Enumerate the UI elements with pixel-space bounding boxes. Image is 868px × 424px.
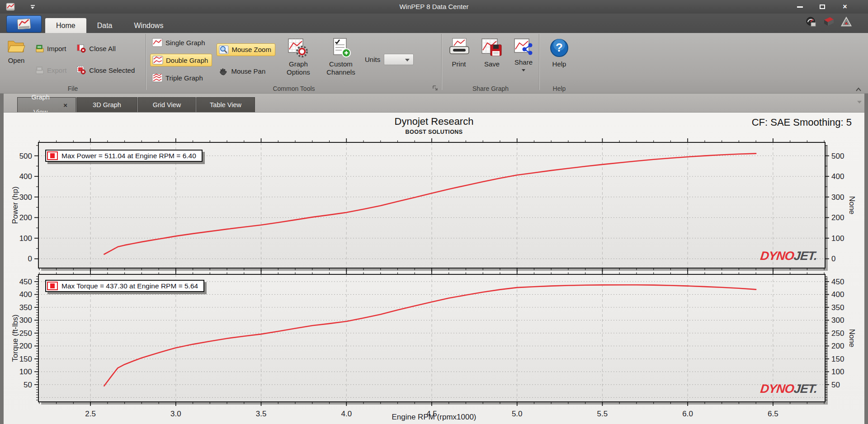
group-label-share-graph: Share Graph: [442, 85, 539, 92]
svg-text:200: 200: [831, 213, 844, 222]
units-dropdown[interactable]: [384, 54, 414, 65]
power-series-swatch: [47, 151, 58, 160]
save-button[interactable]: Save: [478, 36, 506, 70]
group-label-common-tools: Common Tools: [146, 85, 441, 92]
titlebar-utility-icons: [806, 16, 852, 29]
graph-page: Dynojet Research BOOST SOLUTIONS CF: SAE…: [4, 112, 864, 424]
svg-text:150: 150: [19, 355, 32, 363]
dyno-module-icon[interactable]: [823, 16, 835, 29]
torque-y-axis-title: Torque (ft-lbs): [11, 315, 20, 362]
triple-graph-icon: [152, 73, 163, 82]
custom-channels-button[interactable]: Custom Channels: [321, 36, 360, 78]
double-graph-button[interactable]: Double Graph: [150, 54, 212, 66]
close-all-button[interactable]: Close All: [75, 42, 138, 54]
double-graph-label: Double Graph: [166, 57, 208, 64]
single-graph-icon: [152, 38, 163, 47]
window-controls: ×: [795, 0, 850, 14]
svg-text:400: 400: [19, 172, 32, 181]
window-title: WinPEP 8 Data Center: [0, 0, 868, 14]
tab-graph-view[interactable]: Graph View ×: [17, 97, 76, 112]
help-label: Help: [552, 60, 566, 68]
graph-subtitle: BOOST SOLUTIONS: [4, 129, 864, 135]
share-label: Share: [514, 58, 533, 66]
magnifier-zoom-icon: [219, 45, 229, 54]
mouse-zoom-button[interactable]: Mouse Zoom: [217, 43, 275, 56]
svg-text:100: 100: [831, 234, 844, 243]
tab-close-icon[interactable]: ×: [63, 102, 67, 108]
close-column: Close All Close Selected: [75, 38, 138, 81]
ribbon-tab-home[interactable]: Home: [45, 18, 86, 33]
ribbon-tab-data[interactable]: Data: [86, 18, 123, 33]
dialog-launcher-icon[interactable]: [432, 85, 439, 91]
tab-overflow-icon[interactable]: [857, 101, 862, 104]
graph-options-icon: [287, 38, 310, 58]
dynojet-watermark: DYNOJET.: [760, 249, 817, 263]
import-button[interactable]: Import: [33, 43, 70, 54]
svg-text:350: 350: [19, 303, 32, 312]
application-menu-button[interactable]: [6, 15, 42, 33]
svg-text:450: 450: [19, 278, 32, 286]
power-right-axis-title: None: [847, 196, 856, 215]
close-selected-button[interactable]: Close Selected: [75, 64, 138, 76]
x-axis-title: Engine RPM (rpmx1000): [4, 413, 864, 422]
svg-text:350: 350: [831, 303, 844, 312]
help-button[interactable]: ? Help: [546, 36, 572, 70]
tab-grid-view[interactable]: Grid View: [138, 97, 196, 112]
open-button[interactable]: Open: [4, 36, 29, 66]
share-icon: [513, 38, 534, 57]
csv-export-icon: [35, 66, 44, 74]
svg-text:200: 200: [831, 342, 844, 350]
export-button[interactable]: Export: [33, 65, 70, 75]
ribbon-tab-row: Home Data Windows: [0, 14, 868, 33]
custom-channels-label: Custom Channels: [324, 60, 358, 76]
tab-table-view[interactable]: Table View: [196, 97, 255, 112]
close-all-icon: [76, 44, 86, 53]
single-graph-button[interactable]: Single Graph: [150, 37, 212, 48]
gauge-icon[interactable]: [806, 16, 816, 29]
svg-text:400: 400: [831, 172, 844, 181]
torque-legend: Max Torque = 437.30 at Engine RPM = 5.64: [45, 280, 204, 292]
minimize-button[interactable]: [795, 2, 805, 11]
torque-right-axis-title: None: [847, 329, 856, 348]
graph-type-stack: Single Graph Double Graph Triple Graph: [150, 37, 212, 84]
torque-legend-text: Max Torque = 437.30 at Engine RPM = 5.64: [61, 282, 198, 290]
svg-text:150: 150: [831, 355, 844, 363]
ribbon-group-help: ? Help Help: [540, 33, 579, 93]
print-button[interactable]: Print: [444, 36, 473, 70]
graph-options-button[interactable]: Graph Options: [280, 36, 317, 78]
power-legend-text: Max Power = 511.04 at Engine RPM = 6.40: [61, 152, 196, 160]
maximize-button[interactable]: [817, 2, 827, 11]
mouse-pan-label: Mouse Pan: [231, 67, 265, 75]
import-export-column: Import Export: [33, 38, 70, 81]
share-button[interactable]: Share: [510, 36, 537, 73]
triple-graph-button[interactable]: Triple Graph: [150, 72, 212, 84]
svg-text:300: 300: [831, 316, 844, 325]
svg-text:500: 500: [831, 152, 844, 160]
minimize-icon: [797, 6, 803, 8]
dynojet-triangle-icon[interactable]: [841, 17, 852, 28]
print-label: Print: [452, 60, 466, 68]
close-button[interactable]: ×: [840, 2, 850, 11]
correction-smoothing-info: CF: SAE Smoothing: 5: [752, 117, 852, 128]
ribbon-tab-windows[interactable]: Windows: [123, 18, 174, 33]
power-legend: Max Power = 511.04 at Engine RPM = 6.40: [45, 150, 203, 162]
units-row: Units: [365, 54, 414, 65]
tab-3d-graph-view[interactable]: 3D Graph View: [76, 97, 137, 112]
svg-text:200: 200: [19, 342, 32, 350]
titlebar: WinPEP 8 Data Center ×: [0, 0, 868, 14]
svg-text:300: 300: [831, 193, 844, 202]
double-graph-icon: [152, 56, 163, 65]
ribbon-group-share-graph: Print Save Share Share Graph: [442, 33, 539, 93]
svg-text:500: 500: [19, 152, 32, 160]
svg-text:200: 200: [19, 213, 32, 222]
close-all-label: Close All: [89, 45, 115, 52]
group-label-help: Help: [540, 85, 579, 92]
collapse-ribbon-button[interactable]: [855, 86, 862, 91]
export-button-label: Export: [47, 66, 66, 74]
save-floppy-icon: [481, 38, 503, 58]
mouse-tool-stack: Mouse Zoom Mouse Pan: [217, 38, 275, 82]
svg-text:400: 400: [19, 290, 32, 299]
csv-import-icon: [35, 45, 44, 52]
graph-options-label: Graph Options: [283, 60, 314, 76]
mouse-pan-button[interactable]: Mouse Pan: [217, 66, 275, 77]
